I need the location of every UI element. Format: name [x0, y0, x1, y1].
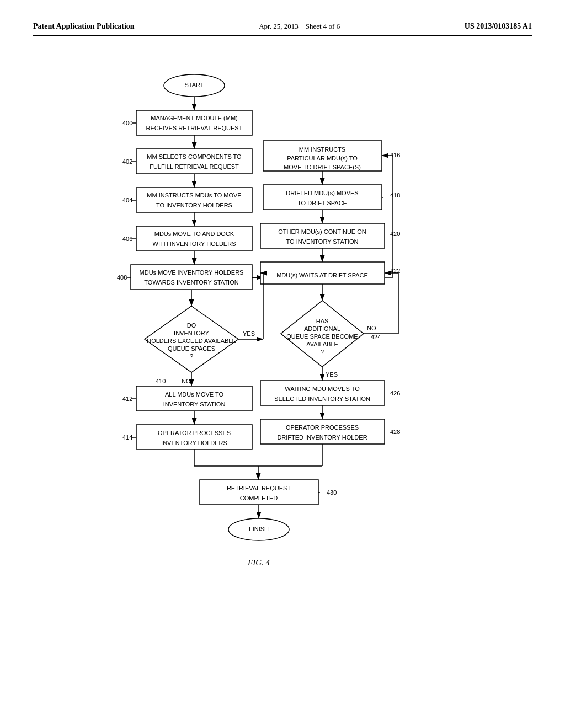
label-yes-424: YES	[326, 371, 338, 378]
node-410-text1: DO	[187, 322, 196, 329]
node-428-text2: DRIFTED INVENTORY HOLDER	[277, 434, 367, 441]
label-408: 408	[117, 274, 127, 281]
node-428-text1: OPERATOR PROCESSES	[286, 424, 359, 431]
label-400: 400	[122, 120, 132, 126]
node-424-text4: AVAILABLE	[306, 341, 338, 347]
node-412-text1: ALL MDUs MOVE TO	[165, 391, 224, 398]
node-420-text2: TO INVENTORY STATION	[286, 238, 359, 245]
label-412: 412	[122, 395, 132, 402]
label-428: 428	[390, 429, 400, 435]
node-430-text2: COMPLETED	[240, 495, 278, 501]
node-426-text2: SELECTED INVENTORY STATION	[274, 395, 370, 402]
page: Patent Application Publication Apr. 25, …	[0, 0, 565, 728]
label-424: 424	[371, 334, 381, 340]
label-414: 414	[122, 434, 132, 441]
node-404	[136, 188, 252, 212]
node-414-text2: INVENTORY HOLDERS	[161, 440, 227, 446]
node-418-text2: TO DRIFT SPACE	[297, 200, 347, 206]
date-label: Apr. 25, 2013	[259, 22, 299, 30]
node-406	[136, 226, 252, 251]
label-420: 420	[390, 231, 400, 237]
node-422-text: MDU(s) WAITS AT DRIFT SPACE	[276, 272, 368, 279]
node-404-text2: TO INVENTORY HOLDERS	[156, 202, 232, 208]
label-402: 402	[122, 158, 132, 165]
node-408	[131, 265, 252, 290]
node-400-text1: MANAGEMENT MODULE (MM)	[151, 115, 237, 121]
node-424-text2: ADDITIONAL	[304, 325, 340, 332]
figure-caption: FIG. 4	[247, 558, 270, 567]
label-404: 404	[122, 197, 132, 204]
label-430: 430	[327, 489, 337, 496]
node-410-text4: QUEUE SPACES	[168, 345, 215, 352]
node-408-text2: TOWARDS INVENTORY STATION	[144, 279, 238, 286]
flowchart-svg: START MANAGEMENT MODULE (MM) RECEIVES RE…	[45, 69, 520, 631]
flowchart-container: START MANAGEMENT MODULE (MM) RECEIVES RE…	[45, 69, 520, 634]
node-424-text5: ?	[321, 349, 324, 355]
start-label: START	[184, 82, 204, 88]
sheet-info: Apr. 25, 2013 Sheet 4 of 6	[259, 22, 340, 31]
patent-number: US 2013/0103185 A1	[465, 22, 532, 31]
label-410: 410	[156, 378, 166, 384]
page-header: Patent Application Publication Apr. 25, …	[33, 22, 532, 36]
label-no-424: NO	[367, 325, 376, 331]
node-424-text1: HAS	[316, 318, 329, 324]
publication-label: Patent Application Publication	[33, 22, 135, 31]
node-414-text1: OPERATOR PROCESSES	[158, 430, 231, 436]
node-426-text1: WAITING MDU MOVES TO	[285, 386, 360, 392]
node-408-text1: MDUs MOVE INVENTORY HOLDERS	[140, 269, 244, 276]
node-404-text1: MM INSTRUCTS MDUs TO MOVE	[147, 192, 241, 199]
finish-label: FINISH	[249, 526, 269, 532]
node-430-text1: RETRIEVAL REQUEST	[227, 485, 291, 491]
node-420-text1: OTHER MDU(s) CONTINUE ON	[278, 228, 366, 235]
label-no-410: NO	[182, 378, 191, 384]
node-416-text1: MM INSTRUCTS	[299, 146, 345, 153]
node-406-text2: WITH INVENTORY HOLDERS	[153, 240, 236, 247]
label-yes-410: YES	[243, 330, 255, 337]
node-410-text3: HOLDERS EXCEED AVAILABLE	[147, 338, 236, 344]
node-400	[136, 110, 252, 135]
node-418-text1: DRIFTED MDU(s) MOVES	[286, 190, 358, 196]
sheet-label: Sheet 4 of 6	[306, 22, 340, 30]
node-412-text2: INVENTORY STATION	[163, 401, 226, 408]
node-410-text2: INVENTORY	[174, 330, 209, 336]
node-402-text1: MM SELECTS COMPONENTS TO	[147, 153, 242, 160]
label-426: 426	[390, 390, 400, 397]
node-424-text3: QUEUE SPACE BECOME	[286, 333, 358, 340]
node-416-text2: PARTICULAR MDU(s) TO	[287, 155, 358, 162]
node-410-text5: ?	[190, 353, 193, 360]
node-416-text3: MOVE TO DRIFT SPACE(S)	[284, 164, 361, 170]
node-402-text2: FULFILL RETRIEVAL REQUEST	[150, 163, 239, 170]
node-400-text2: RECEIVES RETRIEVAL REQUEST	[146, 125, 243, 131]
label-406: 406	[122, 235, 132, 242]
label-416: 416	[390, 152, 400, 158]
node-406-text1: MDUs MOVE TO AND DOCK	[154, 231, 234, 237]
label-418: 418	[390, 192, 400, 199]
node-402	[136, 149, 252, 174]
